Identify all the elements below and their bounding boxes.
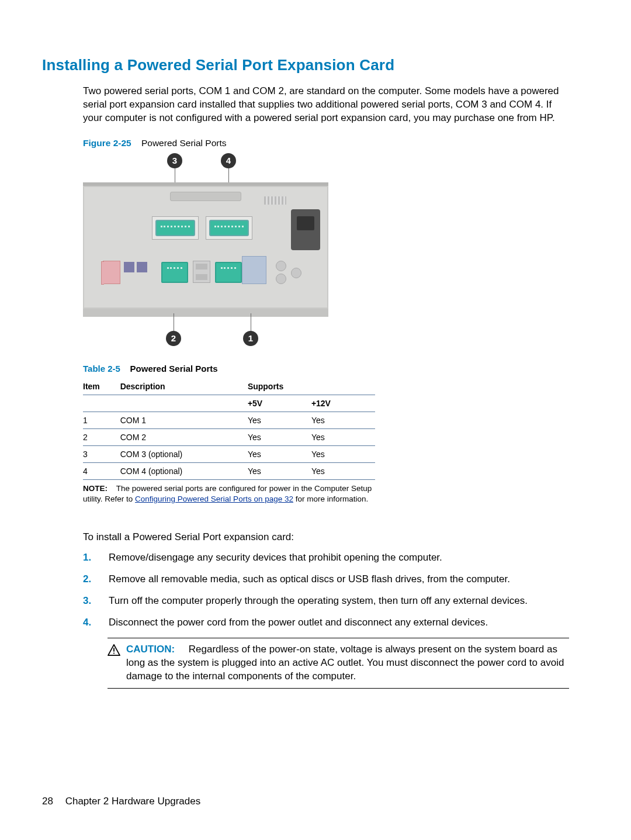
table-number: Table 2-5 bbox=[83, 364, 120, 374]
power-socket-icon bbox=[291, 209, 320, 250]
cell-5v: Yes bbox=[248, 445, 311, 462]
figure-title: Powered Serial Ports bbox=[141, 138, 227, 148]
steps-lead-in: To install a Powered Serial Port expansi… bbox=[83, 531, 575, 543]
serial-port-com4 bbox=[206, 216, 252, 240]
figure-illustration: 3 4 2 bbox=[83, 153, 328, 346]
svg-rect-0 bbox=[113, 648, 115, 651]
chapter-title: Chapter 2 Hardware Upgrades bbox=[65, 796, 201, 807]
figure-caption: Figure 2-25 Powered Serial Ports bbox=[83, 138, 575, 148]
cell-12v: Yes bbox=[311, 428, 375, 445]
intro-paragraph: Two powered serial ports, COM 1 and COM … bbox=[83, 85, 569, 125]
step-text: Disconnect the power cord from the power… bbox=[109, 616, 488, 630]
callout-1: 1 bbox=[243, 331, 258, 346]
serial-port-com2 bbox=[161, 262, 188, 283]
step-number: 3. bbox=[83, 594, 95, 608]
th-description: Description bbox=[120, 377, 248, 395]
table-title: Powered Serial Ports bbox=[130, 364, 218, 374]
svg-rect-1 bbox=[113, 653, 115, 654]
list-item: 2. Remove all removable media, such as o… bbox=[83, 573, 569, 586]
steps-list: 1. Remove/disengage any security devices… bbox=[83, 551, 569, 630]
audio-port-group bbox=[103, 261, 120, 284]
cell-5v: Yes bbox=[248, 412, 311, 428]
th-supports: Supports bbox=[248, 377, 375, 395]
callout-2-label: 2 bbox=[171, 333, 176, 343]
step-number: 2. bbox=[83, 573, 95, 586]
cell-item: 3 bbox=[83, 445, 120, 462]
callout-2: 2 bbox=[166, 331, 181, 346]
callout-1-label: 1 bbox=[248, 333, 253, 343]
cell-12v: Yes bbox=[311, 412, 375, 428]
caution-box: CAUTION: Regardless of the power-on stat… bbox=[108, 638, 569, 689]
table-caption: Table 2-5 Powered Serial Ports bbox=[83, 364, 575, 374]
cell-desc: COM 1 bbox=[120, 412, 248, 428]
serial-port-com3 bbox=[152, 216, 199, 240]
caution-text: Regardless of the power-on state, voltag… bbox=[126, 644, 564, 682]
table-row: 1 COM 1 Yes Yes bbox=[83, 412, 375, 428]
caution-label: CAUTION: bbox=[126, 644, 175, 655]
cell-12v: Yes bbox=[311, 445, 375, 462]
callout-3-label: 3 bbox=[172, 155, 177, 165]
list-item: 3. Turn off the computer properly throug… bbox=[83, 594, 569, 608]
page-footer: 28 Chapter 2 Hardware Upgrades bbox=[42, 796, 575, 807]
table-row: 2 COM 2 Yes Yes bbox=[83, 428, 375, 445]
list-item: 4. Disconnect the power cord from the po… bbox=[83, 616, 569, 630]
section-heading: Installing a Powered Serial Port Expansi… bbox=[42, 56, 575, 74]
lan-port bbox=[242, 256, 266, 284]
cell-desc: COM 3 (optional) bbox=[120, 445, 248, 462]
step-number: 4. bbox=[83, 616, 95, 630]
cell-5v: Yes bbox=[248, 462, 311, 479]
step-text: Remove/disengage any security devices th… bbox=[109, 551, 442, 565]
table-note: NOTE: The powered serial ports are confi… bbox=[83, 483, 375, 504]
note-label: NOTE: bbox=[83, 484, 108, 493]
step-number: 1. bbox=[83, 551, 95, 565]
step-text: Remove all removable media, such as opti… bbox=[109, 573, 510, 586]
cell-item: 1 bbox=[83, 412, 120, 428]
cell-desc: COM 4 (optional) bbox=[120, 462, 248, 479]
th-item: Item bbox=[83, 377, 120, 395]
cell-12v: Yes bbox=[311, 462, 375, 479]
th-5v: +5V bbox=[248, 395, 311, 412]
table-row: 3 COM 3 (optional) Yes Yes bbox=[83, 445, 375, 462]
th-12v: +12V bbox=[311, 395, 375, 412]
device-rear-panel bbox=[83, 182, 328, 317]
warning-icon bbox=[108, 644, 120, 656]
callout-3: 3 bbox=[167, 153, 182, 168]
page-number: 28 bbox=[42, 796, 53, 807]
table-row: 4 COM 4 (optional) Yes Yes bbox=[83, 462, 375, 479]
cell-item: 4 bbox=[83, 462, 120, 479]
xref-link[interactable]: Configuring Powered Serial Ports on page… bbox=[135, 495, 293, 503]
cell-item: 2 bbox=[83, 428, 120, 445]
list-item: 1. Remove/disengage any security devices… bbox=[83, 551, 569, 565]
ports-table: Item Description Supports +5V +12V 1 COM… bbox=[83, 377, 375, 480]
callout-4: 4 bbox=[221, 153, 236, 168]
callout-4-label: 4 bbox=[226, 155, 231, 165]
usb-stack bbox=[193, 261, 210, 283]
step-text: Turn off the computer properly through t… bbox=[109, 594, 528, 608]
figure-number: Figure 2-25 bbox=[83, 138, 131, 148]
cell-5v: Yes bbox=[248, 428, 311, 445]
serial-port-com1 bbox=[215, 262, 242, 283]
cell-desc: COM 2 bbox=[120, 428, 248, 445]
note-text-after: for more information. bbox=[296, 495, 369, 503]
